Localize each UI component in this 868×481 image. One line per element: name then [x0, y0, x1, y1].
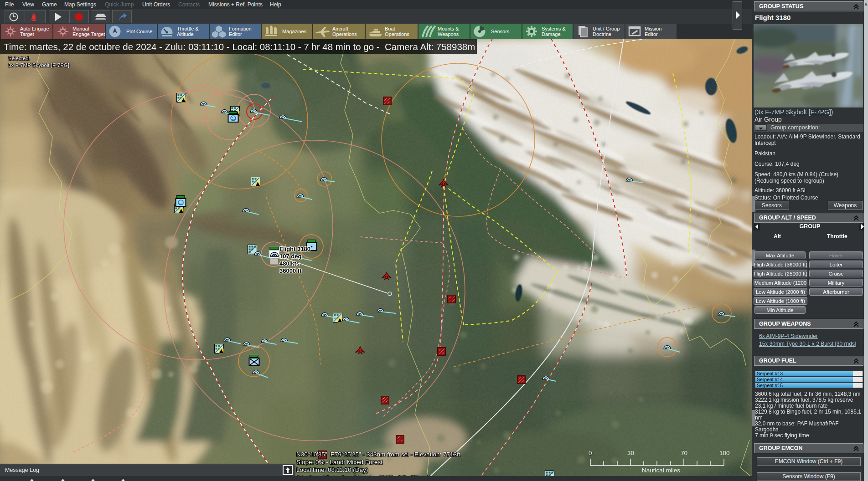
svg-text:100: 100 [719, 450, 729, 456]
svg-text:0: 0 [589, 450, 592, 456]
svg-text:Nautical miles: Nautical miles [642, 467, 680, 474]
svg-text:70: 70 [681, 450, 687, 456]
svg-text:30: 30 [627, 450, 634, 456]
